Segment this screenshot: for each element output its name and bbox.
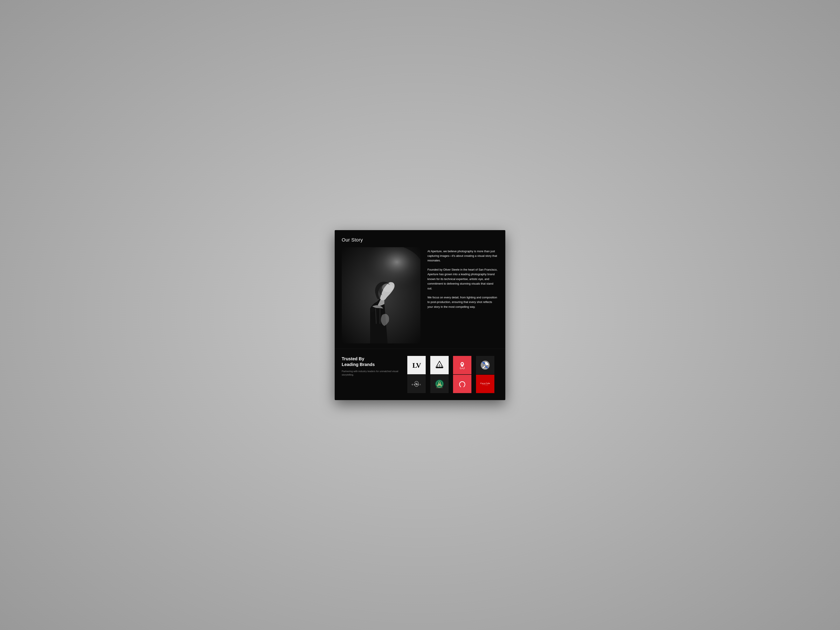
- airbnb-logo-icon: [458, 360, 467, 370]
- lv-logo-icon: LV: [412, 360, 421, 370]
- story-paragraph-1: At Aperture, we believe photography is m…: [428, 249, 498, 263]
- trusted-text-block: Trusted By Leading Brands Partnering wit…: [342, 356, 407, 377]
- svg-text:STARBUCKS: STARBUCKS: [436, 387, 442, 388]
- svg-text:Coca-Cola: Coca-Cola: [480, 382, 490, 384]
- brand-bmw[interactable]: BMW: [476, 356, 494, 374]
- story-paragraph-3: We focus on every detail, from lighting …: [428, 295, 498, 309]
- brands-grid: LV: [407, 356, 498, 393]
- trusted-by-section: Trusted By Leading Brands Partnering wit…: [335, 349, 505, 400]
- brand-airbnb[interactable]: [453, 356, 471, 374]
- our-story-content: At Aperture, we believe photography is m…: [342, 247, 498, 343]
- svg-rect-8: [436, 368, 443, 368]
- trusted-subtitle: Partnering with industry leaders for unm…: [342, 369, 400, 377]
- gucci-logo-icon: GUCCI: [412, 379, 421, 389]
- svg-point-18: [439, 382, 440, 384]
- story-text: At Aperture, we believe photography is m…: [428, 247, 498, 343]
- trusted-title: Trusted By Leading Brands: [342, 356, 400, 367]
- brand-coca-cola[interactable]: Coca-Cola: [476, 375, 494, 393]
- story-paragraph-2: Founded by Oliver Steele in the heart of…: [428, 267, 498, 291]
- our-story-section: Our Story: [335, 230, 505, 349]
- brand-gucci[interactable]: GUCCI: [407, 375, 426, 393]
- brand-adidas[interactable]: [430, 356, 448, 374]
- lululemon-logo-icon: [458, 379, 467, 389]
- brand-lululemon[interactable]: [453, 375, 471, 393]
- story-image: [342, 247, 420, 343]
- story-photo-svg: [342, 247, 420, 343]
- our-story-title: Our Story: [342, 237, 498, 243]
- svg-point-12: [484, 364, 486, 366]
- adidas-logo-icon: [435, 360, 444, 370]
- starbucks-logo-icon: STARBUCKS: [435, 379, 444, 389]
- coca-cola-logo-icon: Coca-Cola: [480, 379, 490, 389]
- svg-text:BMW: BMW: [483, 368, 487, 369]
- svg-text:LV: LV: [412, 362, 421, 369]
- svg-point-2: [382, 283, 393, 292]
- brand-starbucks[interactable]: STARBUCKS: [430, 375, 448, 393]
- svg-point-9: [461, 363, 463, 365]
- main-card: Our Story: [335, 230, 505, 400]
- bmw-logo-icon: BMW: [480, 360, 490, 370]
- brand-louis-vuitton[interactable]: LV: [407, 356, 426, 374]
